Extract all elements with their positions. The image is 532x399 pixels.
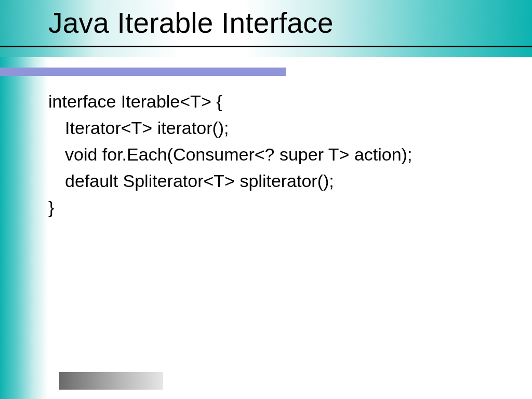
code-line: void for.Each(Consumer<? super T> action…: [48, 141, 516, 168]
accent-bar: [0, 68, 286, 76]
code-line: Iterator<T> iterator();: [48, 115, 516, 141]
title-underline: [0, 46, 532, 47]
code-block: interface Iterable<T> { Iterator<T> iter…: [48, 88, 516, 221]
left-gradient: [0, 57, 48, 399]
code-line: interface Iterable<T> {: [48, 88, 516, 115]
code-line: }: [48, 194, 516, 221]
slide: Java Iterable Interface interface Iterab…: [0, 0, 532, 399]
code-line: default Spliterator<T> spliterator();: [48, 168, 516, 194]
footer-gradient-box: [59, 372, 163, 390]
page-title: Java Iterable Interface: [48, 6, 334, 39]
